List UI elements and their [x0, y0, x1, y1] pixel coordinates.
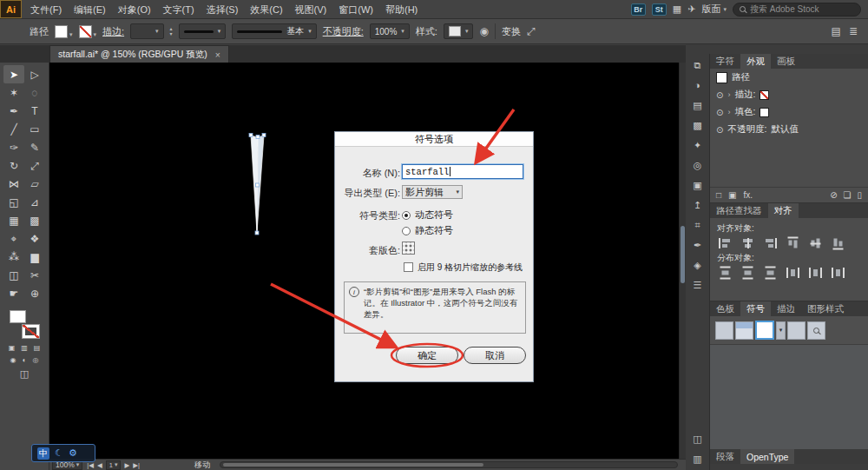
moon-icon[interactable]: ☾ — [55, 447, 63, 459]
tab-appearance[interactable]: 外观 — [740, 54, 771, 69]
gradient-icon[interactable]: ◐ — [23, 356, 27, 364]
align-vcenter-button[interactable] — [811, 237, 821, 250]
stroke-panel-link[interactable]: 描边: — [102, 25, 124, 38]
tab-graphic-styles[interactable]: 图形样式 — [801, 301, 850, 316]
stroke-weight-select[interactable]: ▾ — [130, 23, 164, 39]
dialog-title[interactable]: 符号选项 — [335, 132, 533, 147]
width-profile-select[interactable]: ▾ — [179, 23, 227, 39]
color-icon[interactable]: ◉ — [10, 356, 16, 364]
prev-artboard-icon[interactable]: ◀ — [97, 461, 102, 469]
tab-pathfinder[interactable]: 路径查找器 — [710, 203, 768, 218]
pencil-tool[interactable]: ✎ — [24, 138, 45, 156]
menu-edit[interactable]: 编辑(E) — [68, 0, 112, 19]
symbol-thumbnail-selected[interactable] — [755, 321, 774, 340]
workspace-panel-icon[interactable]: ▤ — [832, 25, 841, 37]
free-transform-tool[interactable]: ▱ — [24, 175, 45, 193]
radio-checked-icon[interactable] — [402, 211, 411, 220]
menu-view[interactable]: 视图(V) — [289, 0, 333, 19]
stroke-color-swatch[interactable] — [23, 325, 39, 338]
tab-symbols[interactable]: 符号 — [740, 301, 771, 316]
arrange-documents-icon[interactable]: ▦ — [673, 3, 681, 15]
hand-tool[interactable]: ☛ — [3, 284, 24, 302]
screen-mode-icon[interactable]: ◫ — [20, 368, 29, 380]
document-tab[interactable]: starfall.ai* @ 150% (RGB/GPU 预览) × — [49, 45, 229, 63]
perspective-grid-tool[interactable]: ⊿ — [24, 193, 45, 211]
tab-paragraph[interactable]: 段落 — [710, 449, 740, 464]
menu-object[interactable]: 对象(O) — [112, 0, 157, 19]
radio-unchecked-icon[interactable] — [402, 227, 411, 235]
draw-inside-icon[interactable]: ▤ — [34, 344, 41, 352]
menu-effect[interactable]: 效果(C) — [244, 0, 288, 19]
stroke-color-control[interactable]: ▾ — [79, 25, 97, 38]
stock-search-input[interactable]: 搜索 Adobe Stock — [733, 3, 861, 17]
distribute-top-button[interactable] — [720, 267, 731, 280]
align-left-button[interactable] — [719, 238, 732, 248]
fill-color-control[interactable]: ▾ — [55, 25, 73, 38]
shape-builder-tool[interactable]: ◱ — [3, 193, 24, 211]
dock-panel-icon[interactable]: ↥ — [691, 199, 705, 211]
dock-panel-icon[interactable]: ▤ — [691, 99, 705, 111]
width-tool[interactable]: ⋈ — [3, 175, 24, 193]
clear-appearance-icon[interactable]: ⊘ — [830, 190, 837, 200]
nine-slice-option[interactable]: 启用 9 格切片缩放的参考线 — [404, 262, 529, 273]
artboard-number-select[interactable]: 1 ▾ — [106, 460, 122, 470]
dock-panel-icon[interactable]: ✦ — [691, 139, 705, 151]
menu-file[interactable]: 文件(F) — [24, 0, 68, 19]
draw-normal-icon[interactable]: ▣ — [9, 344, 16, 352]
next-artboard-icon[interactable]: ▶ — [124, 461, 129, 469]
dock-panel-icon[interactable]: ◈ — [691, 259, 705, 271]
ok-button[interactable]: 确定 — [396, 347, 458, 364]
tab-stroke[interactable]: 描边 — [771, 301, 801, 316]
gear-icon[interactable]: ⚙ — [69, 447, 77, 459]
transform-icon[interactable]: ⤢ — [527, 25, 536, 37]
symbol-thumbnail[interactable] — [715, 321, 733, 340]
menu-window[interactable]: 窗口(W) — [332, 0, 379, 19]
distribute-left-button[interactable] — [786, 268, 799, 278]
checkbox-unchecked-icon[interactable] — [404, 262, 413, 272]
export-type-select[interactable]: 影片剪辑 ▾ — [402, 185, 463, 199]
mesh-tool[interactable]: ▦ — [3, 211, 24, 229]
dock-panel-icon[interactable]: ▣ — [691, 179, 705, 191]
paintbrush-tool[interactable]: ✑ — [3, 138, 24, 156]
artboard-tool[interactable]: ◫ — [3, 266, 24, 284]
opacity-value-select[interactable]: 100% ▾ — [370, 23, 410, 39]
blend-tool[interactable]: ❖ — [24, 229, 45, 248]
cancel-button[interactable]: 取消 — [464, 347, 526, 364]
eyedropper-tool[interactable]: ⌖ — [3, 229, 24, 248]
symbols-list-area[interactable] — [710, 344, 868, 449]
delete-item-icon[interactable]: ▯ — [857, 190, 862, 200]
stroke-row-label[interactable]: 描边: — [734, 89, 755, 101]
symbol-name-input[interactable]: starfall — [402, 164, 523, 179]
slice-tool[interactable]: ✂ — [24, 266, 45, 284]
share-icon[interactable]: ✈ — [687, 3, 695, 15]
app-logo[interactable]: Ai — [0, 0, 22, 18]
dynamic-symbol-option[interactable]: 动态符号 — [402, 209, 453, 222]
distribute-right-button[interactable] — [832, 268, 845, 278]
horizontal-scrollbar-thumb[interactable] — [223, 463, 483, 467]
align-hcenter-button[interactable] — [741, 238, 754, 248]
duplicate-item-icon[interactable]: ❏ — [844, 190, 852, 200]
dock-panel-icon[interactable]: ✒ — [691, 239, 705, 251]
magic-wand-tool[interactable]: ✶ — [3, 83, 24, 102]
draw-behind-icon[interactable]: ▥ — [21, 344, 28, 352]
align-bottom-button[interactable] — [833, 237, 844, 250]
type-tool[interactable]: T — [24, 102, 45, 120]
dock-panel-icon[interactable]: ◎ — [691, 159, 705, 171]
dock-panel-icon[interactable]: ▥ — [691, 453, 705, 465]
close-icon[interactable]: × — [215, 50, 220, 60]
rotate-tool[interactable]: ↻ — [3, 156, 24, 175]
fill-row-label[interactable]: 填色: — [734, 106, 755, 118]
stroke-weight-stepper[interactable]: ▴ ▾ — [170, 27, 173, 36]
transform-label[interactable]: 变换 — [502, 25, 521, 38]
tab-align[interactable]: 对齐 — [768, 203, 799, 218]
fill-stroke-swatches[interactable] — [9, 310, 40, 338]
appearance-target-row[interactable]: 路径 — [710, 69, 868, 86]
tab-opentype[interactable]: OpenType — [740, 449, 794, 464]
rectangle-tool[interactable]: ▭ — [24, 120, 45, 138]
dock-panel-icon[interactable]: ☰ — [691, 279, 705, 291]
distribute-vcenter-button[interactable] — [743, 267, 753, 280]
ime-language-button[interactable]: 中 — [37, 447, 49, 460]
align-right-button[interactable] — [764, 238, 777, 248]
distribute-hcenter-button[interactable] — [809, 268, 822, 278]
chevron-right-icon[interactable]: › — [727, 108, 730, 116]
